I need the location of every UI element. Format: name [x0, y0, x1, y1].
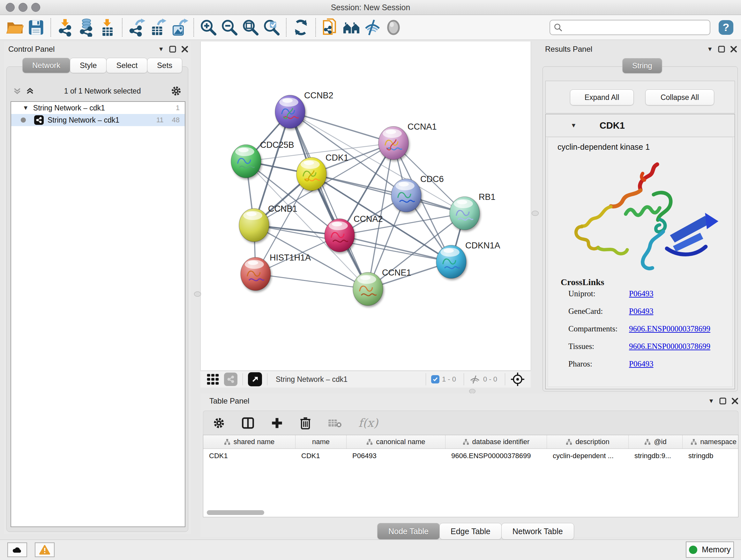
zoom-out-button[interactable] [219, 17, 240, 38]
section-collapse-caret-icon[interactable]: ▼ [570, 122, 577, 129]
open-session-button[interactable] [4, 17, 25, 38]
column-header-canonical-name[interactable]: canonical name [347, 435, 446, 449]
table-cell[interactable]: 9606.ENSP00000378699 [446, 452, 547, 460]
save-session-button[interactable] [25, 17, 47, 38]
network-node-CCNB1[interactable]: CCNB1 [239, 204, 297, 242]
cloud-button[interactable] [7, 543, 27, 557]
column-header-database-identifier[interactable]: database identifier [446, 435, 547, 449]
column-header-description[interactable]: description [547, 435, 629, 449]
network-row[interactable]: String Network – cdk1 11 48 [11, 114, 185, 126]
title-bar: Session: New Session [0, 0, 741, 15]
crosslink-row: Tissues: 9606.ENSP00000378699 [568, 342, 594, 351]
network-node-RB1[interactable]: RB1 [450, 192, 495, 230]
gear-icon[interactable] [213, 417, 225, 429]
search-input[interactable] [563, 23, 706, 32]
crosslink-link[interactable]: P06493 [629, 307, 653, 316]
memory-button[interactable]: Memory [686, 542, 734, 558]
protein-structure-image [561, 157, 724, 274]
crosslink-link[interactable]: P06493 [629, 360, 653, 368]
delete-column-icon[interactable] [300, 417, 311, 429]
table-cell[interactable]: stringdb:9... [629, 452, 683, 460]
eye-disabled-button[interactable] [383, 17, 404, 38]
node-table[interactable]: shared namenamecanonical namedatabase id… [203, 435, 738, 517]
left-splitter-handle[interactable] [194, 292, 201, 297]
float-panel-icon[interactable] [169, 46, 176, 53]
tab-select[interactable]: Select [106, 58, 147, 73]
help-button[interactable]: ? [719, 20, 733, 35]
table-cell[interactable]: cyclin-dependent ... [547, 452, 629, 460]
control-panel-tabs: Network Style Select Sets [22, 58, 182, 73]
table-row[interactable]: CDK1CDK1P064939606.ENSP00000378699cyclin… [203, 449, 738, 463]
warnings-button[interactable] [35, 543, 55, 557]
export-image-button[interactable] [169, 17, 190, 38]
network-node-CDK1[interactable]: CDK1 [296, 153, 348, 191]
table-cell[interactable]: CDK1 [203, 452, 295, 460]
export-table-button[interactable] [147, 17, 169, 38]
collapse-all-button[interactable]: Collapse All [645, 89, 714, 105]
split-columns-icon[interactable] [242, 417, 254, 429]
panel-menu-caret-icon[interactable]: ▼ [707, 46, 713, 53]
network-node-HIST1H1A[interactable]: HIST1H1A [241, 253, 311, 291]
import-network-database-button[interactable] [76, 17, 97, 38]
table-horizontal-scrollbar[interactable] [207, 510, 264, 515]
network-node-CDKN1A[interactable]: CDKN1A [436, 241, 500, 278]
table-cell[interactable]: P06493 [347, 452, 446, 460]
network-view-title: String Network – cdk1 [276, 375, 347, 384]
grid-view-icon[interactable] [206, 373, 219, 386]
close-panel-icon[interactable] [731, 397, 738, 405]
string-home-button[interactable] [341, 17, 362, 38]
collapse-all-icon[interactable] [13, 87, 21, 95]
share-view-icon[interactable] [224, 373, 238, 386]
tab-network[interactable]: Network [22, 58, 70, 73]
network-graph[interactable]: CCNB2CCNA1CDC25BCDK1CDC6RB1CCNB1CCNA2CDK… [201, 42, 531, 370]
table-cell[interactable]: stringdb [683, 452, 738, 460]
gear-icon[interactable] [171, 85, 182, 97]
tab-style[interactable]: Style [70, 58, 107, 73]
tab-sets[interactable]: Sets [147, 58, 182, 73]
birds-eye-view-icon[interactable] [248, 372, 262, 386]
float-panel-icon[interactable] [718, 46, 725, 53]
add-column-icon[interactable] [271, 417, 283, 429]
column-header-namespace[interactable]: namespace [683, 435, 738, 449]
table-header-row: shared namenamecanonical namedatabase id… [203, 435, 738, 449]
memory-status-dot [689, 546, 697, 554]
refresh-layout-button[interactable] [290, 17, 312, 38]
crosshair-icon[interactable] [510, 372, 525, 387]
results-tab-string[interactable]: String [622, 58, 662, 73]
expand-all-icon[interactable] [26, 87, 34, 95]
protein-section-header[interactable]: ▼ CDK1 [546, 114, 735, 137]
search-field[interactable] [549, 20, 711, 35]
network-collection-row[interactable]: ▼ String Network – cdk1 1 [11, 102, 185, 114]
import-table-button[interactable] [97, 17, 118, 38]
close-panel-icon[interactable] [181, 46, 188, 53]
tree-expand-caret-icon[interactable]: ▼ [23, 105, 29, 111]
selected-checkbox-icon[interactable] [431, 375, 440, 383]
zoom-fit-button[interactable] [240, 17, 261, 38]
column-header-shared-name[interactable]: shared name [203, 435, 295, 449]
column-header-name[interactable]: name [295, 435, 347, 449]
import-network-file-button[interactable] [55, 17, 76, 38]
document-share-button[interactable] [320, 17, 341, 38]
hide-labels-button[interactable] [362, 17, 383, 38]
expand-all-button[interactable]: Expand All [570, 89, 634, 105]
close-panel-icon[interactable] [730, 46, 737, 53]
tab-network-table[interactable]: Network Table [501, 523, 574, 540]
zoom-selected-button[interactable] [261, 17, 282, 38]
crosslink-link[interactable]: 9606.ENSP00000378699 [629, 324, 711, 333]
node-label-HIST1H1A: HIST1H1A [270, 253, 311, 262]
right-splitter-handle[interactable] [532, 211, 539, 216]
horizontal-splitter-handle[interactable] [469, 389, 475, 394]
panel-menu-caret-icon[interactable]: ▼ [708, 397, 714, 405]
panel-menu-caret-icon[interactable]: ▼ [158, 46, 164, 53]
tab-node-table[interactable]: Node Table [377, 523, 440, 540]
crosslink-link[interactable]: 9606.ENSP00000378699 [629, 342, 711, 351]
table-cell[interactable]: CDK1 [295, 452, 347, 460]
crosslink-link[interactable]: P06493 [629, 289, 653, 298]
export-network-button[interactable] [126, 17, 147, 38]
zoom-in-button[interactable] [198, 17, 219, 38]
network-node-CCNA1[interactable]: CCNA1 [379, 122, 437, 160]
float-panel-icon[interactable] [719, 397, 726, 405]
column-header--id[interactable]: @id [629, 435, 683, 449]
network-canvas[interactable]: CCNB2CCNA1CDC25BCDK1CDC6RB1CCNB1CCNA2CDK… [200, 42, 531, 370]
tab-edge-table[interactable]: Edge Table [440, 523, 502, 540]
